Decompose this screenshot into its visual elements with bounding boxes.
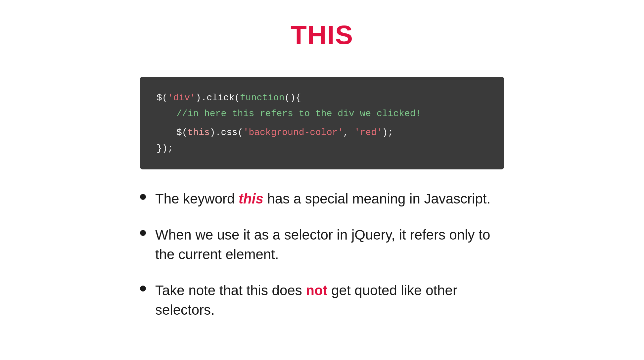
page-title: THIS xyxy=(291,20,353,50)
bullet-dot-3 xyxy=(140,286,146,292)
code-click: ).click( xyxy=(196,93,240,103)
code-line-4: }); xyxy=(157,141,487,157)
code-function: function xyxy=(240,93,284,103)
code-string-div: 'div' xyxy=(168,93,196,103)
bullet-dot-2 xyxy=(140,230,146,236)
code-paren-open: (){ xyxy=(284,93,301,103)
not-keyword-highlight: not xyxy=(306,283,327,298)
code-line-3: $(this).css('background-color', 'red'); xyxy=(157,125,487,141)
code-this-keyword: this xyxy=(188,127,210,138)
this-keyword-highlight: this xyxy=(239,191,263,206)
bullet-text-1: The keyword this has a special meaning i… xyxy=(155,189,504,209)
list-item-2: When we use it as a selector in jQuery, … xyxy=(140,225,504,264)
bullet-list: The keyword this has a special meaning i… xyxy=(140,189,504,336)
bullet-text-3: Take note that this does not get quoted … xyxy=(155,281,504,320)
code-red-str: 'red' xyxy=(354,127,382,138)
code-css-call: ).css( xyxy=(210,127,243,138)
code-comma: , xyxy=(343,127,354,138)
list-item-3: Take note that this does not get quoted … xyxy=(140,281,504,320)
code-dollar: $( xyxy=(157,93,168,103)
code-bg-color: 'background-color' xyxy=(243,127,343,138)
bullet-dot-1 xyxy=(140,194,146,200)
code-block: $('div').click(function(){ //in here thi… xyxy=(140,77,504,169)
list-item-1: The keyword this has a special meaning i… xyxy=(140,189,504,209)
bullet-text-2: When we use it as a selector in jQuery, … xyxy=(155,225,504,264)
code-this-dollar: $( xyxy=(176,127,188,138)
code-semicolon: ); xyxy=(382,127,393,138)
code-line-1: $('div').click(function(){ xyxy=(157,90,487,106)
code-line-2: //in here this refers to the div we clic… xyxy=(157,106,487,122)
code-comment: //in here this refers to the div we clic… xyxy=(176,109,421,119)
